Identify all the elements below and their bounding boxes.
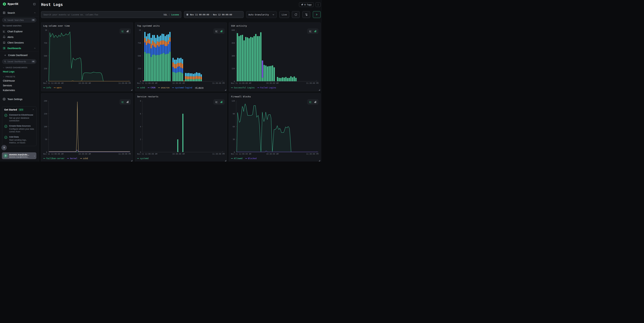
y-axis-label: 1K [45, 29, 47, 31]
get-started-item[interactable]: Add Data Start sending logs, metrics, or… [4, 135, 34, 144]
x-axis: Nov 11 12:00:00 AM10:30:00 AM11:30:00 PM [48, 82, 131, 85]
presets-section-toggle[interactable]: PRESETS [0, 74, 38, 78]
legend-item[interactable]: fail2ban-server [43, 157, 64, 160]
y-axis-label: 4 [140, 125, 141, 128]
sidebar-item-kubernetes[interactable]: Kubernetes [0, 88, 38, 93]
date-range-picker[interactable]: Nov 11 00:00:00 - Nov 12 00:00:00 [184, 11, 244, 18]
bar-chart-toggle-icon[interactable] [126, 30, 129, 33]
legend-item[interactable]: CRON [148, 87, 156, 89]
chart-plot[interactable] [142, 30, 224, 81]
chart-type-toggle [214, 99, 224, 105]
divider: | [168, 13, 170, 16]
sql-mode-toggle[interactable]: SQL [164, 13, 168, 16]
event-search-input[interactable]: Search your events w/ Lucene ex. column:… [41, 11, 181, 18]
y-axis: 02505007501K [43, 30, 48, 81]
get-started-item[interactable]: Connect to ClickHouse Set up your databa… [4, 113, 34, 122]
y-axis-label: 500 [44, 55, 47, 57]
x-axis: Nov 11 12:00:00 AM10:30:00 AM11:30:00 PM [236, 153, 318, 156]
run-query-button[interactable] [313, 11, 321, 18]
bar-chart-toggle-icon[interactable] [220, 30, 223, 33]
sidebar-item-search[interactable]: Search [0, 10, 38, 16]
live-button[interactable]: Live [280, 11, 289, 18]
legend-item[interactable]: Blocked [245, 157, 257, 160]
saved-dashboards-placeholder: Saved Dashboards [8, 61, 30, 63]
chart-legend: sshdCRONanacronsystemd-logind+4 more [137, 86, 224, 89]
panel-title: Firewall blocks [231, 95, 251, 98]
bar-chart-toggle-icon[interactable] [220, 101, 223, 103]
resize-handle[interactable] [225, 160, 226, 161]
sidebar-item-chart-explorer[interactable]: Chart Explorer [0, 29, 38, 34]
resize-handle[interactable] [225, 89, 226, 91]
sidebar-item-clickhouse[interactable]: ClickHouse [0, 78, 38, 83]
filter-button[interactable] [302, 11, 310, 18]
sidebar-collapse-icon[interactable] [33, 2, 36, 6]
line-chart-toggle-icon[interactable] [215, 30, 218, 33]
line-chart-toggle-icon[interactable] [309, 30, 312, 33]
legend-item[interactable]: +4 more [195, 87, 204, 89]
legend-item[interactable]: systemd-logind [172, 87, 192, 89]
refresh-button[interactable] [292, 11, 300, 18]
lucene-mode-toggle[interactable]: Lucene [171, 13, 179, 16]
resize-handle[interactable] [319, 160, 320, 161]
chart-plot[interactable] [48, 101, 131, 152]
bar-chart-toggle-icon[interactable] [126, 101, 129, 103]
line-chart-toggle-icon[interactable] [309, 101, 312, 103]
resize-handle[interactable] [131, 89, 132, 91]
saved-dashboards-input[interactable]: Saved Dashboards ⌘K [2, 59, 36, 64]
legend-item[interactable]: Allowed [231, 157, 242, 160]
get-started-item[interactable]: Create Data Sources Configure where your… [4, 124, 34, 133]
x-axis-label: 11:30:00 PM [212, 82, 224, 84]
legend-item[interactable]: sshd [80, 157, 88, 160]
x-axis-label: 10:30:00 AM [172, 82, 185, 84]
bar-chart-toggle-icon[interactable] [314, 30, 316, 33]
legend-item[interactable]: anacron [158, 87, 170, 89]
y-axis-label: 1K [139, 29, 141, 31]
resize-handle[interactable] [131, 160, 132, 161]
get-started-item-desc: Start sending logs, metrics, or traces [9, 139, 34, 144]
bar-chart-toggle-icon[interactable] [314, 101, 316, 103]
chart-plot[interactable] [142, 101, 224, 152]
chart-legend: Successful LoginsFailed Logins [231, 86, 318, 89]
refresh-icon [294, 13, 297, 16]
granularity-label: Auto Granularity [248, 13, 269, 16]
get-started-item-title: Add Data [9, 135, 34, 138]
line-chart-toggle-icon[interactable] [122, 30, 124, 33]
sidebar-item-dashboards[interactable]: Dashboards [0, 45, 38, 51]
line-chart-toggle-icon[interactable] [122, 101, 124, 103]
x-axis-label: 11:30:00 PM [306, 82, 318, 84]
legend-item[interactable]: Failed Logins [258, 87, 276, 89]
legend-item[interactable]: info [43, 87, 51, 89]
chart-plot[interactable] [236, 30, 318, 81]
sidebar-item-host-logs[interactable]: Host Logs [0, 69, 38, 74]
chart-plot[interactable] [236, 101, 318, 152]
sidebar-item-alerts[interactable]: Alerts [0, 34, 38, 40]
line-chart-toggle-icon[interactable] [215, 101, 218, 103]
x-axis: Nov 11 12:00:00 AM10:30:00 AM11:30:00 PM [142, 153, 224, 156]
y-axis: 0150300450600 [231, 30, 236, 81]
sidebar-item-client-sessions[interactable]: Client Sessions [0, 40, 38, 45]
x-axis-label: 11:30:00 PM [212, 153, 224, 155]
tags-button[interactable]: 0 Tags [299, 2, 314, 7]
saved-dashboards-section-toggle[interactable]: SAVED DASHBOARDS [0, 65, 38, 69]
chevron-up-icon[interactable] [32, 109, 34, 111]
legend-item[interactable]: systemd [137, 157, 149, 160]
sidebar-item-team-settings[interactable]: Team Settings [0, 96, 38, 102]
help-button[interactable]: ? [1, 145, 7, 150]
y-axis-label: 750 [138, 42, 141, 44]
create-dashboard-button[interactable]: Create Dashboard [0, 53, 38, 58]
chart-plot[interactable] [48, 30, 131, 81]
legend-item[interactable]: kernel [67, 157, 77, 160]
x-axis-label: Nov 11 12:00:00 AM [231, 153, 251, 155]
play-icon [316, 13, 318, 16]
more-options-button[interactable] [316, 2, 321, 7]
legend-item[interactable]: sshd [137, 87, 145, 89]
granularity-select[interactable]: Auto Granularity [246, 11, 277, 18]
sidebar-item-services[interactable]: Services [0, 83, 38, 88]
user-menu[interactable]: D dominic.tran@clic... dominic.tran@clic… [2, 152, 36, 159]
search-icon [4, 19, 6, 21]
saved-searches-input[interactable]: Saved Searches ⌘K [2, 18, 36, 22]
y-axis-label: 50 [45, 138, 47, 141]
legend-item[interactable]: warn [54, 87, 62, 89]
resize-handle[interactable] [319, 89, 320, 91]
legend-item[interactable]: Successful Logins [231, 87, 255, 89]
